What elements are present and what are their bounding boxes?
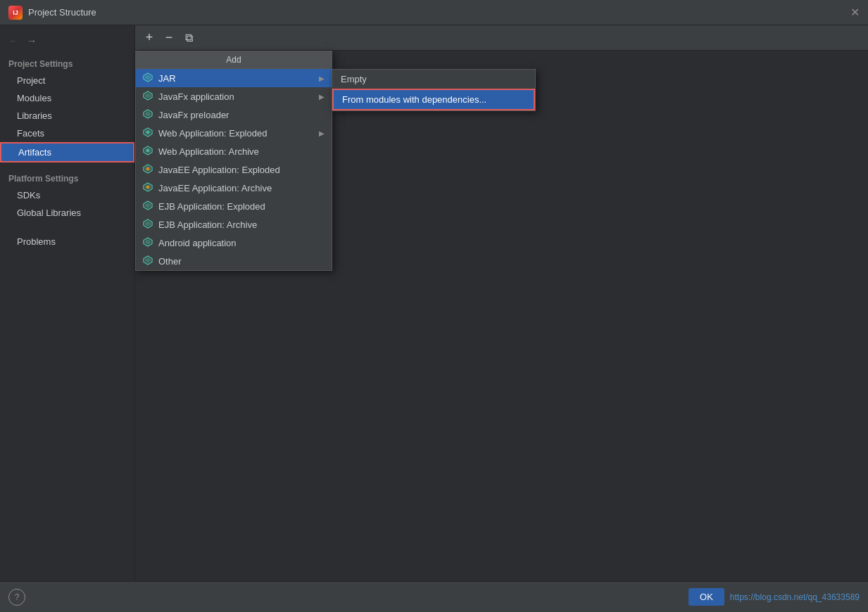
javaee-archive-icon — [143, 182, 154, 193]
title-bar: IJ Project Structure ✕ — [0, 0, 868, 25]
menu-item-javaee-archive[interactable]: JavaEE Application: Archive — [136, 179, 332, 197]
svg-rect-14 — [146, 167, 149, 170]
sidebar-item-facets[interactable]: Facets — [0, 125, 134, 142]
sidebar-item-libraries[interactable]: Libraries — [0, 107, 134, 125]
platform-settings-label: Platform Settings — [0, 168, 134, 186]
menu-item-web-exploded[interactable]: Web Application: Exploded ▶ — [136, 124, 332, 142]
javaee-archive-label: JavaEE Application: Archive — [158, 183, 272, 193]
remove-button[interactable]: − — [161, 30, 177, 46]
close-button[interactable]: ✕ — [850, 6, 860, 19]
menu-item-android[interactable]: Android application — [136, 234, 332, 252]
svg-marker-21 — [145, 221, 151, 227]
jar-submenu-arrow: ▶ — [319, 75, 325, 82]
jar-submenu: Empty From modules with dependencies... — [332, 69, 536, 111]
copy-button[interactable]: ⧉ — [180, 30, 197, 46]
javafx-pre-label: JavaFx preloader — [158, 110, 229, 120]
sidebar-item-project[interactable]: Project — [0, 72, 134, 89]
web-exploded-icon — [143, 127, 154, 139]
sidebar-item-global-libraries[interactable]: Global Libraries — [0, 204, 134, 222]
web-exploded-label: Web Application: Exploded — [158, 128, 267, 139]
submenu-empty[interactable]: Empty — [332, 70, 535, 89]
toolbar: + − ⧉ — [135, 25, 868, 51]
menu-item-ejb-exploded[interactable]: EJB Application: Exploded — [136, 197, 332, 215]
svg-marker-19 — [145, 203, 151, 208]
sidebar-item-modules[interactable]: Modules — [0, 89, 134, 107]
ejb-exploded-label: EJB Application: Exploded — [158, 201, 265, 212]
android-icon — [143, 237, 154, 248]
help-button[interactable]: ? — [8, 589, 25, 606]
add-dropdown: Add JAR ▶ Empty — [135, 51, 332, 271]
bottom-bar: ? OK https://blog.csdn.net/qq_43633589 — [0, 581, 868, 612]
add-button[interactable]: + — [141, 30, 158, 46]
svg-rect-11 — [146, 149, 149, 152]
menu-item-javafx-app[interactable]: JavaFx application ▶ — [136, 87, 332, 106]
svg-marker-5 — [145, 111, 151, 117]
svg-marker-23 — [145, 239, 151, 245]
project-settings-label: Project Settings — [0, 53, 134, 72]
svg-marker-3 — [145, 93, 151, 98]
svg-marker-1 — [145, 75, 151, 80]
ejb-exploded-icon — [143, 200, 154, 212]
menu-item-javaee-exploded[interactable]: JavaEE Application: Exploded — [136, 160, 332, 179]
web-archive-label: Web Application: Archive — [158, 146, 259, 157]
web-exploded-arrow: ▶ — [319, 129, 325, 137]
other-icon — [143, 255, 154, 267]
sidebar-item-problems[interactable]: Problems — [0, 233, 134, 250]
jar-icon — [143, 72, 154, 84]
menu-item-ejb-archive[interactable]: EJB Application: Archive — [136, 215, 332, 234]
javafx-pre-icon — [143, 109, 154, 120]
submenu-from-modules[interactable]: From modules with dependencies... — [332, 89, 535, 110]
javafx-app-label: JavaFx application — [158, 91, 234, 102]
web-archive-icon — [143, 146, 154, 157]
content-area: + − ⧉ Add JAR ▶ — [135, 25, 868, 581]
ejb-archive-label: EJB Application: Archive — [158, 219, 257, 230]
svg-rect-17 — [146, 186, 149, 189]
menu-item-jar[interactable]: JAR ▶ Empty From modules with dependenci… — [136, 69, 332, 87]
javaee-exploded-icon — [143, 164, 154, 175]
sidebar-item-artifacts[interactable]: Artifacts — [0, 142, 134, 162]
svg-marker-25 — [145, 257, 151, 263]
javafx-app-icon — [143, 91, 154, 102]
forward-arrow[interactable]: → — [24, 34, 39, 48]
jar-label: JAR — [158, 73, 176, 84]
menu-item-web-archive[interactable]: Web Application: Archive — [136, 142, 332, 160]
app-logo: IJ — [8, 6, 23, 20]
sidebar-item-sdks[interactable]: SDKs — [0, 186, 134, 204]
window-title: Project Structure — [28, 7, 96, 18]
menu-item-javafx-pre[interactable]: JavaFx preloader — [136, 106, 332, 124]
ejb-archive-icon — [143, 219, 154, 230]
javafx-app-arrow: ▶ — [319, 93, 325, 101]
svg-rect-8 — [146, 131, 149, 134]
sidebar: ← → Project Settings Project Modules Lib… — [0, 25, 135, 581]
javaee-exploded-label: JavaEE Application: Exploded — [158, 165, 280, 175]
add-menu-header: Add — [136, 51, 332, 69]
url-display: https://blog.csdn.net/qq_43633589 — [730, 592, 860, 602]
add-menu: Add JAR ▶ Empty — [135, 51, 332, 271]
menu-item-other[interactable]: Other — [136, 252, 332, 270]
back-arrow[interactable]: ← — [6, 34, 21, 48]
android-label: Android application — [158, 238, 237, 248]
other-label: Other — [158, 256, 182, 267]
ok-button[interactable]: OK — [688, 588, 724, 606]
